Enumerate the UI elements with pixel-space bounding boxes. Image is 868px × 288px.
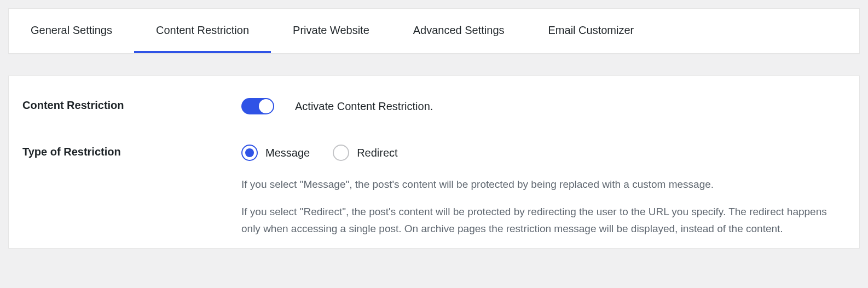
tab-general-settings[interactable]: General Settings	[9, 9, 134, 53]
toggle-label-content-restriction: Activate Content Restriction.	[295, 100, 433, 113]
settings-form: Content Restriction Activate Content Res…	[8, 76, 860, 249]
toggle-knob-icon	[259, 99, 273, 113]
tab-content-restriction[interactable]: Content Restriction	[134, 9, 271, 53]
radio-label-redirect: Redirect	[357, 147, 397, 159]
help-text-redirect: If you select "Redirect", the post's con…	[241, 204, 846, 237]
tab-private-website[interactable]: Private Website	[271, 9, 391, 53]
field-content-restriction: Content Restriction Activate Content Res…	[22, 98, 846, 114]
radio-message[interactable]	[241, 145, 258, 161]
radio-option-redirect[interactable]: Redirect	[333, 145, 397, 161]
field-label-type-of-restriction: Type of Restriction	[22, 145, 241, 158]
field-label-content-restriction: Content Restriction	[22, 98, 241, 112]
radio-label-message: Message	[265, 147, 310, 159]
tab-email-customizer[interactable]: Email Customizer	[526, 9, 656, 53]
radio-option-message[interactable]: Message	[241, 145, 310, 161]
help-text-message: If you select "Message", the post's cont…	[241, 176, 846, 193]
settings-tabs: General Settings Content Restriction Pri…	[8, 8, 860, 54]
field-type-of-restriction: Type of Restriction Message Redirect If …	[22, 145, 846, 237]
radio-redirect[interactable]	[333, 145, 349, 161]
toggle-content-restriction[interactable]	[241, 98, 274, 114]
tab-advanced-settings[interactable]: Advanced Settings	[391, 9, 526, 53]
